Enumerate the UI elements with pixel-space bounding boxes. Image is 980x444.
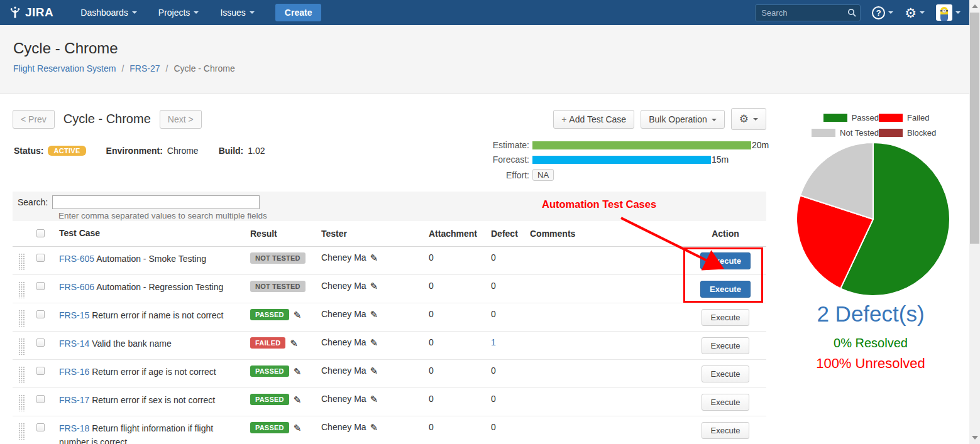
testcase-link[interactable]: FRS-16 — [59, 367, 89, 377]
prev-button[interactable]: < Prev — [13, 110, 55, 129]
search-label: Search: — [18, 197, 48, 207]
nav-projects[interactable]: Projects — [158, 8, 199, 18]
table-body: FRS-605 Automation - Smoke Testing NOT T… — [13, 247, 766, 444]
execute-button[interactable]: Execute — [700, 252, 751, 269]
attachment-count: 0 — [429, 422, 491, 432]
table-row: FRS-16 Return error if age is not correc… — [13, 360, 766, 388]
edit-result-icon[interactable]: ✎ — [294, 367, 302, 376]
scroll-down-arrow-icon[interactable] — [972, 436, 978, 440]
global-search-input[interactable] — [755, 4, 861, 21]
table-row: FRS-606 Automation - Regression Testing … — [13, 275, 766, 303]
vertical-scrollbar[interactable] — [969, 0, 980, 444]
bulk-operation-button[interactable]: Bulk Operation — [641, 110, 725, 129]
user-menu[interactable] — [936, 4, 961, 21]
drag-handle[interactable] — [18, 281, 25, 298]
defects-count: 2 Defect(s) — [779, 301, 962, 327]
col-header-test-case: Test Case — [59, 227, 250, 241]
drag-handle[interactable] — [18, 366, 25, 383]
brand-text: JIRA — [25, 6, 53, 19]
forecast-bar — [532, 156, 711, 164]
edit-tester-icon[interactable]: ✎ — [370, 423, 378, 432]
row-checkbox[interactable] — [36, 423, 45, 431]
admin-menu[interactable]: ⚙ — [905, 6, 925, 19]
edit-result-icon[interactable]: ✎ — [294, 395, 302, 404]
next-button[interactable]: Next > — [160, 110, 202, 129]
row-checkbox[interactable] — [36, 395, 45, 403]
legend-label: Not Tested — [840, 128, 879, 138]
execute-button[interactable]: Execute — [700, 281, 751, 298]
testcase-title: Automation - Regression Testing — [96, 282, 223, 292]
breadcrumb-project-link[interactable]: Flight Reservation System — [13, 63, 116, 73]
edit-tester-icon[interactable]: ✎ — [370, 281, 378, 291]
execute-button[interactable]: Execute — [702, 394, 750, 411]
cycle-toolbar: < Prev Cycle - Chrome Next > +Add Test C… — [13, 108, 766, 130]
select-all-checkbox[interactable] — [36, 229, 45, 237]
drag-handle[interactable] — [18, 338, 25, 355]
execute-button[interactable]: Execute — [702, 365, 750, 382]
testcase-link[interactable]: FRS-17 — [59, 395, 89, 405]
edit-tester-icon[interactable]: ✎ — [370, 338, 378, 347]
chevron-down-icon — [132, 11, 137, 14]
legend-item: Blocked — [879, 128, 943, 138]
row-checkbox[interactable] — [36, 282, 45, 290]
defect-count: 0 — [491, 309, 530, 319]
row-checkbox[interactable] — [36, 310, 45, 318]
row-checkbox[interactable] — [36, 338, 45, 347]
help-menu[interactable]: ? — [872, 6, 893, 19]
edit-tester-icon[interactable]: ✎ — [370, 253, 378, 263]
nav-issues[interactable]: Issues — [220, 8, 254, 18]
result-badge: PASSED — [250, 394, 289, 405]
cycle-status-row: Status: ACTIVE Environment: Chrome Build… — [14, 146, 265, 156]
chevron-down-icon — [955, 11, 961, 14]
execute-button[interactable]: Execute — [702, 309, 750, 326]
execute-button[interactable]: Execute — [702, 422, 750, 439]
settings-button[interactable]: ⚙ — [731, 108, 766, 130]
tester-name: Cheney Ma — [321, 309, 366, 319]
drag-handle[interactable] — [18, 423, 25, 440]
testcase-link[interactable]: FRS-14 — [59, 338, 89, 349]
edit-result-icon[interactable]: ✎ — [290, 338, 298, 348]
chevron-down-icon — [250, 11, 255, 14]
scrollbar-thumb[interactable] — [970, 13, 979, 244]
legend-swatch — [823, 114, 847, 122]
edit-result-icon[interactable]: ✎ — [294, 310, 302, 320]
testcase-link[interactable]: FRS-606 — [59, 282, 94, 292]
table-row: FRS-14 Valid the bank name FAILED ✎ Chen… — [13, 332, 766, 360]
table-search-input[interactable] — [52, 195, 260, 209]
jira-logo[interactable]: JIRA — [9, 6, 53, 19]
testcase-link[interactable]: FRS-15 — [59, 310, 89, 320]
minion-avatar-icon — [938, 6, 950, 21]
testcase-link[interactable]: FRS-18 — [59, 423, 89, 433]
edit-result-icon[interactable]: ✎ — [294, 423, 302, 433]
edit-tester-icon[interactable]: ✎ — [370, 310, 378, 319]
edit-tester-icon[interactable]: ✎ — [370, 366, 378, 376]
edit-tester-icon[interactable]: ✎ — [370, 394, 378, 404]
chevron-down-icon — [194, 11, 199, 14]
add-test-case-button[interactable]: +Add Test Case — [553, 110, 634, 129]
legend-label: Blocked — [907, 128, 936, 138]
avatar — [936, 4, 952, 21]
result-badge: FAILED — [250, 337, 285, 349]
drag-handle[interactable] — [18, 394, 25, 411]
tester-name: Cheney Ma — [321, 422, 366, 432]
attachment-count: 0 — [429, 337, 491, 347]
col-header-comments: Comments — [530, 229, 685, 239]
result-badge: PASSED — [250, 309, 289, 320]
row-checkbox[interactable] — [36, 367, 45, 375]
search-icon[interactable] — [847, 8, 856, 17]
create-button[interactable]: Create — [275, 4, 322, 21]
drag-handle[interactable] — [18, 310, 25, 327]
testcase-title: Automation - Smoke Testing — [96, 254, 206, 264]
drag-handle[interactable] — [18, 253, 25, 270]
metrics-block: Estimate: 20m Forecast: 15m Effort: NA — [487, 140, 766, 185]
breadcrumb-issue-link[interactable]: FRS-27 — [129, 63, 160, 73]
legend-label: Passed — [852, 113, 879, 122]
chevron-down-icon — [753, 118, 758, 121]
col-header-attachment: Attachment — [429, 229, 491, 239]
row-checkbox[interactable] — [36, 254, 45, 262]
execute-button[interactable]: Execute — [702, 337, 750, 354]
scroll-up-arrow-icon[interactable] — [972, 4, 978, 8]
result-badge: PASSED — [250, 422, 289, 433]
nav-dashboards[interactable]: Dashboards — [80, 8, 137, 18]
testcase-link[interactable]: FRS-605 — [59, 254, 94, 264]
